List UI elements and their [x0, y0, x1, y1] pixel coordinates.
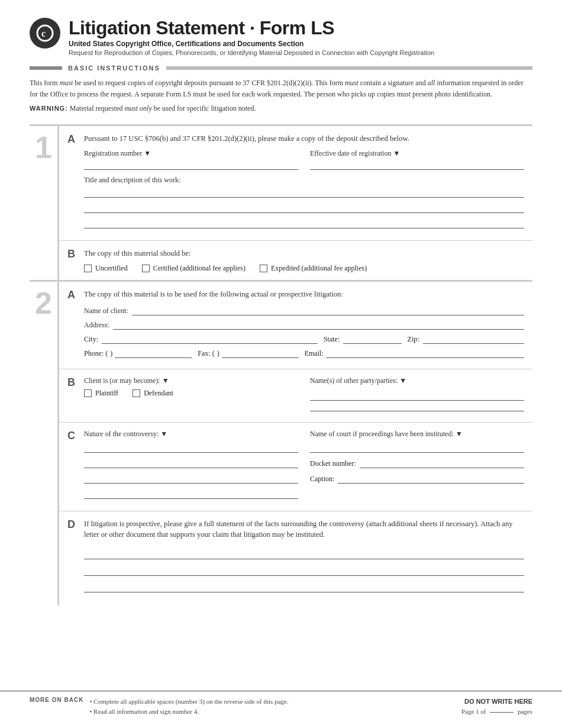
- reg-eff-date-row: Registration number ▼ Effective date of …: [84, 149, 524, 170]
- section-2d-content: If litigation is prospective, please giv…: [84, 518, 524, 599]
- header-text: Litigation Statement · Form LS United St…: [69, 18, 434, 56]
- controversy-left: Nature of the controversy: ▼: [84, 430, 298, 504]
- caption-field: Caption:: [310, 473, 524, 484]
- section-2b: B Client is (or may become): ▼ Plaintiff: [59, 369, 532, 423]
- email-label: Email:: [305, 349, 324, 358]
- controversy-line-1[interactable]: [84, 442, 298, 453]
- d-line-3[interactable]: [84, 582, 524, 592]
- docket-line[interactable]: [360, 458, 524, 468]
- copy-type-options: Uncertified Certified (additional fee ap…: [84, 264, 524, 273]
- docket-field: Docket number:: [310, 458, 524, 468]
- section-1-number: 1: [30, 126, 59, 280]
- section-2c-content: Nature of the controversy: ▼ Name of cou…: [84, 430, 524, 504]
- page-number: Page 1 of pages: [461, 707, 532, 717]
- plaintiff-checkbox[interactable]: [84, 389, 92, 397]
- expedited-option[interactable]: Expedited (additional fee applies): [260, 264, 367, 273]
- zip-line[interactable]: [423, 333, 524, 344]
- title-description-area: Title and description of this work:: [84, 176, 524, 228]
- client-role-col: Client is (or may become): ▼ Plaintiff D…: [84, 376, 298, 411]
- certified-option[interactable]: Certified (additional fee applies): [142, 264, 246, 273]
- page-footer: MORE ON BACK Complete all applicable spa…: [0, 690, 562, 717]
- registration-number-line[interactable]: [84, 159, 298, 170]
- client-name-line[interactable]: [132, 305, 524, 315]
- section-2d-text: If litigation is prospective, please giv…: [84, 518, 524, 541]
- section-1a-intro: Pursuant to 17 USC §706(b) and 37 CFR §2…: [84, 133, 524, 144]
- page-line: [490, 712, 513, 713]
- section-2c-letter: C: [67, 430, 84, 504]
- expedited-checkbox[interactable]: [260, 265, 267, 272]
- title-line-1[interactable]: [84, 187, 524, 198]
- state-line[interactable]: [343, 333, 401, 344]
- title-line-3[interactable]: [84, 218, 524, 228]
- section-1b: B The copy of this material should be: U…: [59, 241, 532, 280]
- effective-date-line[interactable]: [310, 159, 524, 170]
- other-parties-line[interactable]: [310, 390, 524, 401]
- section-1a: A Pursuant to 17 USC §706(b) and 37 CFR …: [59, 126, 532, 241]
- section-2a: A The copy of this material is to be use…: [59, 282, 532, 369]
- section-2d-letter: D: [67, 518, 84, 599]
- section-1b-label: The copy of this material should be:: [84, 248, 524, 259]
- registration-number-label: Registration number ▼: [84, 149, 298, 158]
- section-1b-letter: B: [67, 248, 84, 273]
- phone-label: Phone: (: [84, 349, 108, 358]
- defendant-label: Defendant: [144, 389, 173, 398]
- court-label: Name of court if proceedings have been i…: [310, 430, 524, 439]
- section-d-lines: [84, 549, 524, 592]
- effective-date-group: Effective date of registration ▼: [310, 149, 524, 170]
- footer-notes: Complete all applicable spaces (number 3…: [89, 697, 288, 717]
- section-2: 2 A The copy of this material is to be u…: [30, 280, 532, 605]
- form-title: Litigation Statement · Form LS: [69, 18, 434, 38]
- certified-checkbox[interactable]: [142, 265, 150, 272]
- form-subtitle2: Request for Reproduction of Copies, Phon…: [69, 49, 434, 56]
- basic-instructions-bar: BASIC INSTRUCTIONS: [30, 65, 532, 72]
- section-1a-letter: A: [67, 133, 84, 233]
- section-1a-content: Pursuant to 17 USC §706(b) and 37 CFR §2…: [84, 133, 524, 233]
- pages-label: pages: [518, 708, 532, 715]
- footer-left: MORE ON BACK Complete all applicable spa…: [30, 697, 289, 717]
- d-line-1[interactable]: [84, 549, 524, 559]
- fax-line[interactable]: [222, 347, 299, 358]
- caption-line[interactable]: [338, 473, 524, 484]
- section-1: 1 A Pursuant to 17 USC §706(b) and 37 CF…: [30, 124, 532, 280]
- title-lines: [84, 187, 524, 228]
- page: c Litigation Statement · Form LS United …: [0, 0, 562, 728]
- controversy-line-4[interactable]: [84, 488, 298, 499]
- section-1-subsections: A Pursuant to 17 USC §706(b) and 37 CFR …: [59, 126, 532, 280]
- fax-part: Fax: ( ): [198, 347, 298, 358]
- expedited-label: Expedited (additional fee applies): [271, 264, 367, 273]
- client-name-label: Name of client:: [84, 307, 128, 315]
- caption-label: Caption:: [310, 475, 334, 484]
- controversy-row: Nature of the controversy: ▼ Name of cou…: [84, 430, 524, 504]
- other-parties-label: Name(s) of other party/parties: ▼: [310, 376, 524, 385]
- city-line[interactable]: [102, 333, 318, 344]
- other-parties-line-2[interactable]: [310, 401, 524, 411]
- title-line-2[interactable]: [84, 202, 524, 213]
- phone-line[interactable]: [115, 347, 192, 358]
- section-2-subsections: A The copy of this material is to be use…: [59, 282, 532, 605]
- do-not-write-label: DO NOT WRITE HERE: [461, 697, 532, 707]
- d-line-2[interactable]: [84, 565, 524, 576]
- page-label: Page 1 of: [461, 708, 486, 715]
- footer-note-2: Read all information and sign number 4.: [89, 707, 288, 717]
- uncertified-label: Uncertified: [95, 264, 128, 273]
- uncertified-option[interactable]: Uncertified: [84, 264, 128, 273]
- section-2-number: 2: [30, 282, 59, 605]
- controversy-line-2[interactable]: [84, 458, 298, 468]
- warning-paragraph: WARNING: Material requested must only be…: [30, 103, 532, 114]
- email-line[interactable]: [326, 347, 524, 358]
- controversy-line-3[interactable]: [84, 473, 298, 484]
- court-line[interactable]: [310, 442, 524, 453]
- client-name-field: Name of client:: [84, 305, 524, 315]
- uncertified-checkbox[interactable]: [84, 265, 92, 272]
- instructions-paragraph: This form must be used to request copies…: [30, 78, 532, 99]
- address-line[interactable]: [113, 319, 524, 330]
- copyright-logo: c: [30, 18, 60, 49]
- defendant-option[interactable]: Defendant: [133, 389, 173, 398]
- plaintiff-option[interactable]: Plaintiff: [84, 389, 118, 398]
- section-1b-content: The copy of this material should be: Unc…: [84, 248, 524, 273]
- city-label: City:: [84, 335, 98, 344]
- defendant-checkbox[interactable]: [133, 389, 140, 397]
- zip-part: Zip:: [408, 333, 524, 344]
- state-label: State:: [324, 335, 340, 344]
- svg-text:c: c: [41, 28, 46, 38]
